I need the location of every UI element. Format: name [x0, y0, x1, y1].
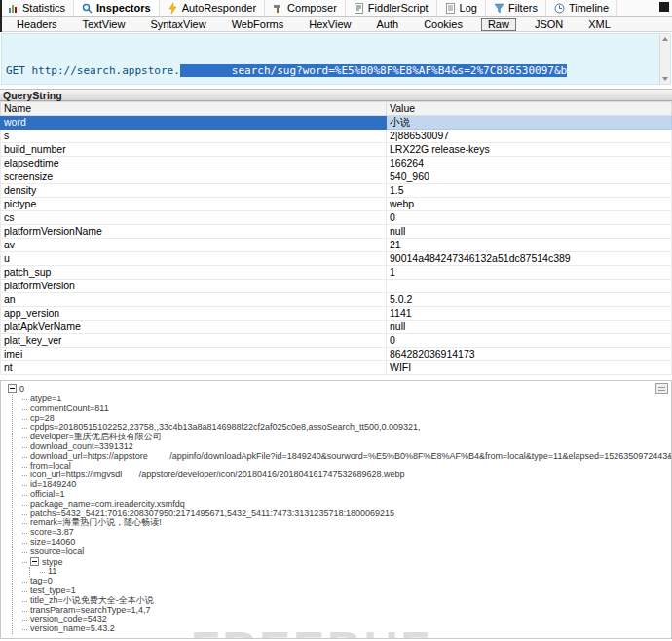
param-name: imei — [1, 348, 387, 361]
table-row[interactable]: imei864282036914173 — [1, 348, 672, 361]
tab-label: Statistics — [22, 2, 65, 14]
tree-item[interactable]: size=14060 — [21, 538, 671, 547]
window-corner-icon — [659, 2, 669, 12]
tree-item[interactable]: id=1849240 — [21, 480, 671, 490]
table-row[interactable]: word小说 — [1, 116, 672, 130]
table-row[interactable]: av21 — [1, 239, 672, 252]
tab-textview[interactable]: TextView — [70, 19, 138, 30]
param-name: cs — [1, 211, 387, 225]
panel-options-icon[interactable] — [655, 383, 668, 394]
table-row[interactable]: build_numberLRX22G release-keys — [1, 143, 672, 157]
tree-item[interactable]: score=3.87 — [21, 528, 671, 538]
param-name: build_number — [1, 143, 387, 157]
tab-xml[interactable]: XML — [576, 19, 623, 30]
tree-item[interactable]: download_count=3391312 — [21, 442, 671, 452]
param-name: u — [1, 252, 387, 266]
tree-item[interactable]: tag=0 — [21, 577, 671, 586]
tab-inspectors[interactable]: Inspectors — [74, 0, 160, 16]
tab-fiddlerscript[interactable]: FiddlerScript — [346, 0, 437, 16]
table-header-row: Name Value — [1, 102, 672, 116]
table-row[interactable]: ntWIFI — [1, 361, 672, 375]
tab-autoresponder[interactable]: AutoResponder — [160, 0, 265, 16]
scroll-down-icon[interactable] — [662, 77, 668, 81]
tab-timeline[interactable]: Timeline — [546, 0, 617, 16]
tree-item[interactable]: 11 — [39, 567, 671, 577]
table-row[interactable]: platformVersionNamenull — [1, 225, 672, 239]
table-row[interactable]: density1.5 — [1, 184, 672, 198]
tab-syntaxview[interactable]: SyntaxView — [137, 19, 218, 30]
filters-icon — [494, 3, 504, 14]
param-value: 1.5 — [387, 184, 672, 198]
tab-headers[interactable]: Headers — [4, 19, 70, 30]
scroll-up-icon[interactable] — [662, 37, 668, 41]
table-row[interactable]: an5.0.2 — [1, 293, 672, 307]
tab-filters[interactable]: Filters — [486, 0, 546, 16]
tree-item[interactable]: test_type=1 — [21, 586, 671, 596]
tab-raw[interactable]: Raw — [481, 18, 516, 31]
param-value: null — [387, 320, 672, 334]
tree-item[interactable]: version_code=5432 — [21, 615, 671, 624]
tab-json[interactable]: JSON — [522, 19, 576, 30]
tab-auth[interactable]: Auth — [364, 19, 412, 30]
table-row[interactable]: u90014a484247346132a51dc87514c389 — [1, 252, 672, 266]
inspector-tab-bar: Headers TextView SyntaxView WebForms Hex… — [0, 17, 672, 32]
autoresponder-icon — [168, 3, 178, 14]
table-row[interactable]: cs0 — [1, 211, 672, 225]
tree-item[interactable]: cpdps=20180515102252,23758,,33c4b13a8a81… — [21, 423, 671, 433]
tree-root[interactable]: 0 — [8, 384, 671, 395]
timeline-icon — [554, 3, 565, 14]
column-header-name[interactable]: Name — [1, 102, 387, 116]
composer-icon — [273, 3, 283, 14]
tree-item[interactable]: package_name=com.ireadercity.xsmfdq — [21, 500, 671, 509]
column-header-value[interactable]: Value — [387, 102, 672, 116]
tab-composer[interactable]: Composer — [265, 0, 346, 16]
param-name: nt — [1, 361, 387, 375]
tab-log[interactable]: Log — [437, 0, 486, 16]
table-row[interactable]: app_version1141 — [1, 307, 672, 320]
tab-label: FiddlerScript — [368, 2, 429, 14]
tree-item[interactable]: ssource=local — [21, 547, 671, 557]
collapse-icon[interactable] — [8, 384, 17, 393]
tree-item[interactable]: commentCount=811 — [21, 404, 671, 414]
param-value: webp — [387, 198, 672, 211]
param-name: density — [1, 184, 387, 198]
param-value: 540_960 — [387, 170, 672, 184]
table-row[interactable]: elapsedtime166264 — [1, 157, 672, 170]
table-row[interactable]: platApkVerNamenull — [1, 320, 672, 334]
tree-item[interactable]: version_name=5.43.2 — [21, 624, 671, 634]
table-row[interactable]: s2|886530097 — [1, 130, 672, 143]
tab-cookies[interactable]: Cookies — [411, 19, 475, 30]
tree-item[interactable]: cp=28 — [21, 414, 671, 424]
tree-item-label: stype — [42, 557, 63, 567]
tree-item[interactable]: official=1 — [21, 490, 671, 500]
tree-item[interactable]: developer=重庆优启科技有限公司 — [21, 433, 671, 442]
tree-item[interactable]: download_url=https://appstore /appinfo/d… — [21, 452, 671, 462]
table-row[interactable]: patch_sup1 — [1, 266, 672, 280]
param-value: null — [387, 225, 672, 239]
tab-webforms[interactable]: WebForms — [219, 19, 297, 30]
tree-item[interactable]: remark=海量热门小说，随心畅读! — [21, 518, 671, 528]
table-row[interactable]: platformVersion — [1, 280, 672, 293]
tree-item[interactable]: title_zh=小说免费大全-全本小说 — [21, 596, 671, 606]
param-value: 小说 — [387, 116, 672, 130]
param-value: WIFI — [387, 361, 672, 375]
param-name: screensize — [1, 170, 387, 184]
table-row[interactable]: screensize540_960 — [1, 170, 672, 184]
json-tree-panel: 0 atype=1 commentCount=811 cp=28 cpdps=2… — [0, 380, 672, 639]
tab-hexview[interactable]: HexView — [296, 19, 363, 30]
querystring-section-header: QueryString — [0, 89, 672, 101]
table-row[interactable]: pictypewebp — [1, 198, 672, 211]
request-scrollbar[interactable] — [659, 34, 670, 84]
tree-item[interactable]: patchs=5432_5421:7016:208307950:21714956… — [21, 509, 671, 519]
request-method-url: GET http://search.appstore. — [6, 64, 180, 77]
raw-request-view[interactable]: GET http://search.appstore. search/sug?w… — [1, 33, 671, 85]
table-row[interactable]: plat_key_ver0 — [1, 334, 672, 348]
tree-item[interactable]: icon_url=https://imgvsdl /appstore/devel… — [21, 471, 671, 480]
tab-statistics[interactable]: Statistics — [0, 0, 74, 16]
tree-item[interactable]: atype=1 — [21, 395, 671, 404]
collapse-icon[interactable] — [30, 557, 39, 566]
tree-item[interactable]: transParam=searchType=1,4,7 — [21, 606, 671, 616]
tree-item[interactable]: from=local — [21, 462, 671, 471]
tree-item-stype[interactable]: stype — [21, 557, 671, 568]
param-name: av — [1, 239, 387, 252]
